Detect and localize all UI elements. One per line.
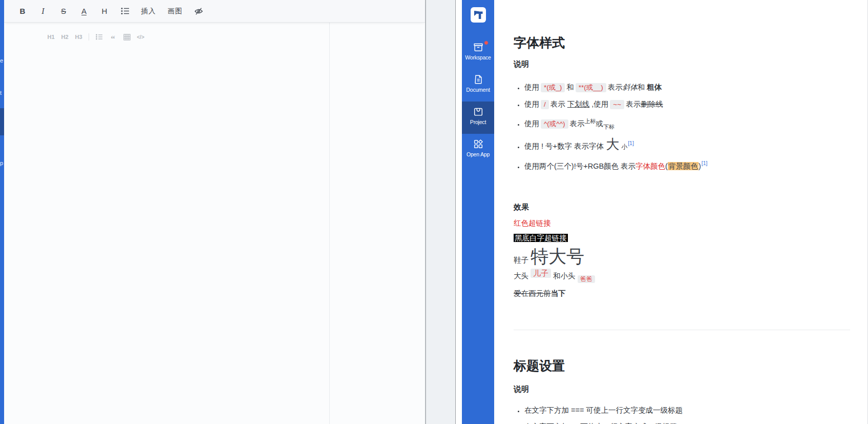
code-span: / [541, 100, 549, 109]
text: 或 [596, 119, 604, 128]
text: 表示 [570, 119, 585, 128]
app-logo[interactable] [471, 7, 486, 23]
table-button[interactable] [120, 32, 134, 42]
insert-button[interactable]: 插入 [135, 4, 162, 19]
font-color-sample: 字体颜色 [636, 162, 665, 170]
effect-sup-sub-line: 大头儿子和小头爸爸 [514, 270, 850, 282]
h1-button[interactable]: H1 [44, 32, 58, 42]
underline-a-label: A [81, 7, 87, 15]
text: 使用 [524, 119, 539, 128]
editor-pane-divider [329, 23, 330, 424]
underline-button[interactable]: A [74, 4, 94, 19]
text: ) [698, 162, 701, 170]
preview-toggle-button[interactable] [188, 4, 209, 19]
dock-label: Document [462, 87, 494, 93]
code-span: ~~ [610, 100, 624, 109]
text: 使用 ! 号+数字 表示字体 [524, 142, 604, 150]
h3-button[interactable]: H3 [72, 32, 86, 42]
strikethrough-button[interactable]: S [53, 4, 74, 19]
open-app-icon [473, 138, 484, 150]
dock-label: Project [462, 119, 494, 125]
text: 和小头 [553, 272, 576, 280]
text: 表示 [626, 100, 641, 108]
syntax-bullet: 在文字下方加 --- 可使上一行文字变成二级标题 [524, 419, 850, 424]
underline-sample: 下划线 [567, 100, 590, 108]
effect-big-font-line: 鞋子 特大号 [514, 247, 850, 266]
code-span: ^(或^^) [541, 119, 568, 129]
blockquote-button[interactable]: “ [106, 32, 120, 42]
subtitle-shuoming: 说明 [514, 59, 850, 69]
app-dock: Workspace Document Project [462, 0, 494, 424]
italic-button[interactable]: I [33, 4, 53, 19]
section-divider [514, 330, 850, 330]
dock-item-open-app[interactable]: Open App [462, 134, 494, 166]
bold-button[interactable]: B [12, 4, 33, 19]
table-icon [123, 34, 131, 41]
notification-dot [484, 41, 489, 45]
bullet-list-icon [96, 34, 103, 40]
document-icon [473, 74, 484, 85]
draw-button[interactable]: 画图 [162, 4, 188, 19]
divider [89, 33, 89, 41]
syntax-list: 使用*(或_)和**(或__)表示斜体和 粗体 使用/表示 下划线 ,使用~~表… [514, 79, 850, 174]
syntax-bullet: 使用/表示 下划线 ,使用~~表示删除线 [524, 96, 850, 112]
big-font-sample: 大 [606, 136, 619, 152]
workspace-icon [473, 42, 484, 53]
subscript-sample: 下标 [603, 124, 615, 130]
syntax-bullet: 使用两个(三个)!号+RGB颜色 表示字体颜色(背景颜色)[1] [524, 155, 850, 174]
section-title-font-style: 字体样式 [514, 34, 850, 51]
editor-window: B I S A H 插入 画图 H1 H2 H3 [4, 0, 426, 424]
help-document: 字体样式 说明 使用*(或_)和**(或__)表示斜体和 粗体 使用/表示 下划… [494, 0, 867, 424]
code-button[interactable]: </> [134, 32, 147, 42]
syntax-bullet: 在文字下方加 === 可使上一行文字变成一级标题 [524, 402, 850, 418]
heading-button[interactable]: H [94, 4, 115, 19]
text: 鞋子 [514, 256, 528, 264]
h2-button[interactable]: H2 [58, 32, 72, 42]
extra-large-sample: 特大号 [531, 246, 584, 266]
heading-syntax-list: 在文字下方加 === 可使上一行文字变成一级标题 在文字下方加 --- 可使上一… [514, 402, 850, 424]
effect-title: 效果 [514, 203, 850, 212]
code-span: *(或_) [541, 83, 565, 92]
cutoff-dock-strip: e t p [0, 0, 4, 424]
effect-black-link-line: 黑底白字超链接 [514, 233, 850, 244]
effect-strike-bold-line: 爱在西元前当下 [514, 288, 850, 299]
text: 使用两个(三个)!号+RGB颜色 表示 [524, 162, 636, 170]
dock-label: Open App [462, 151, 494, 157]
label-fragment: p [0, 160, 3, 166]
text: 使用 [524, 100, 539, 108]
bullet-list-button[interactable] [92, 32, 106, 42]
superscript-sample: 上标 [585, 118, 596, 124]
format-bar: H1 H2 H3 “ </> [4, 32, 425, 42]
list-button[interactable] [115, 4, 135, 19]
italic-sample: 斜体 [623, 83, 638, 91]
dock-item-workspace[interactable]: Workspace [462, 37, 494, 69]
text: 和 [638, 83, 645, 91]
list-icon [121, 7, 130, 15]
lowered-tag-sample: 爸爸 [578, 275, 595, 283]
eye-off-icon [194, 7, 203, 15]
footnote-link[interactable]: [1] [628, 140, 634, 146]
bold-sample: 粗体 [647, 83, 662, 91]
effect-red-link-line: 红色超链接 [514, 218, 850, 229]
footnote-link[interactable]: [1] [702, 160, 708, 166]
text: 和 [566, 83, 574, 91]
red-hyperlink[interactable]: 红色超链接 [514, 219, 551, 227]
window-gap [427, 0, 455, 424]
bold-sample: 当下 [551, 289, 566, 297]
bg-color-sample: 背景颜色 [668, 162, 698, 170]
black-bg-hyperlink[interactable]: 黑底白字超链接 [514, 234, 568, 242]
dock-label: Workspace [462, 54, 494, 60]
text: 表示 [551, 100, 565, 108]
syntax-bullet: 使用 ! 号+数字 表示字体 大 小[1] [524, 135, 850, 154]
text: 使用 [524, 83, 539, 91]
dock-item-project[interactable]: Project [462, 102, 494, 134]
dock-item-document[interactable]: Document [462, 69, 494, 102]
editor-toolbar: B I S A H 插入 画图 [4, 0, 425, 23]
project-icon [473, 106, 484, 117]
active-item-fragment [0, 108, 4, 135]
text: 表示 [608, 83, 623, 91]
help-window: Workspace Document Project [455, 0, 868, 424]
strikethrough-sample: 爱在西元前 [514, 289, 551, 297]
syntax-bullet: 使用^(或^^)表示上标或下标 [524, 113, 850, 134]
raised-tag-sample: 儿子 [531, 269, 551, 278]
